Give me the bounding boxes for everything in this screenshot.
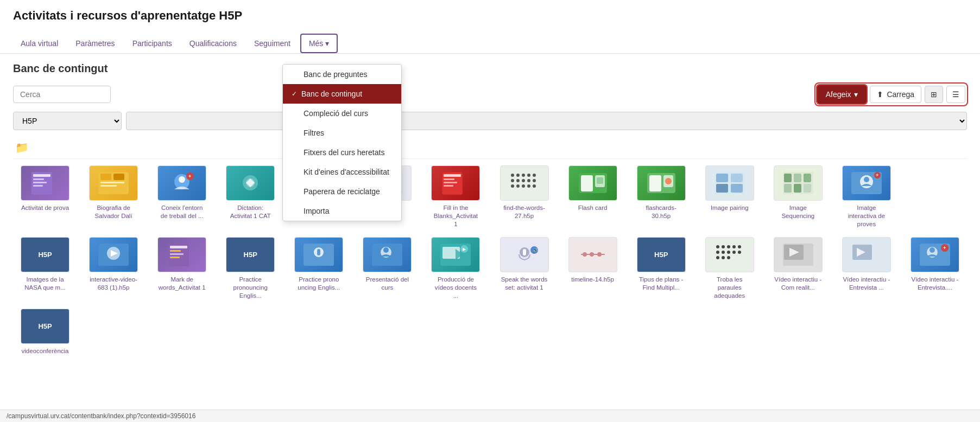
svg-point-40 bbox=[522, 184, 525, 188]
item-label: Dictation: Activitat 1 CAT bbox=[226, 204, 275, 220]
nav-participants[interactable]: Participants bbox=[125, 34, 180, 53]
nav-mes-button[interactable]: Més ▾ bbox=[300, 34, 338, 53]
item-troba-paraules[interactable]: Troba les paraules adequades bbox=[698, 237, 762, 300]
item-image-pairing[interactable]: Image pairing bbox=[698, 165, 762, 228]
dropdown-item-banc-contingut[interactable]: ✓ Banc de contingut bbox=[283, 84, 401, 104]
item-flashcards-30[interactable]: flashcards-30.h5p bbox=[629, 165, 693, 228]
secondary-filter-select[interactable] bbox=[126, 112, 967, 130]
dropdown-item-fitxers-heretats[interactable]: Fitxers del curs heretats bbox=[283, 143, 401, 162]
dropdown-menu: Banc de preguntes ✓ Banc de contingut Co… bbox=[282, 64, 402, 221]
folder-row: 📁 bbox=[13, 137, 967, 159]
svg-point-95 bbox=[583, 252, 587, 257]
svg-rect-2 bbox=[33, 178, 44, 180]
svg-point-103 bbox=[738, 245, 741, 248]
item-video-interactiu-entrev2[interactable]: + Vídeo interactiu - Entrevista.... bbox=[903, 237, 967, 300]
dropdown-item-importa[interactable]: Importa bbox=[283, 201, 401, 221]
type-filter-select[interactable]: H5P Tots bbox=[13, 112, 122, 130]
item-tipus-plans[interactable]: H5P Tipus de plans - Find Multipl... bbox=[629, 237, 693, 300]
item-mark-words[interactable]: Mark de words_Activitat 1 bbox=[150, 237, 214, 300]
item-videoconferencia[interactable]: H5P videoconferència bbox=[13, 309, 77, 355]
item-practice-pron2[interactable]: Practice prono uncing Englis... bbox=[287, 237, 351, 300]
toolbar-left bbox=[13, 86, 111, 103]
dropdown-item-paperera[interactable]: Paperera de reciclatge bbox=[283, 182, 401, 201]
item-fill-blank[interactable]: Fill in the Blanks_Activitat 1 bbox=[423, 165, 488, 228]
item-imatges-nasa[interactable]: H5P Imatges de la NASA que m... bbox=[13, 237, 77, 300]
item-label: Presentació del curs bbox=[363, 276, 412, 292]
nav-seguiment[interactable]: Seguiment bbox=[246, 34, 298, 53]
dropdown-item-banc-preguntes[interactable]: Banc de preguntes bbox=[283, 65, 401, 84]
item-timeline[interactable]: timeline-14.h5p bbox=[561, 237, 625, 300]
item-find-words[interactable]: find-the-words-27.h5p bbox=[492, 165, 556, 228]
svg-point-28 bbox=[511, 174, 514, 177]
grid-view-button[interactable]: ⊞ bbox=[925, 86, 943, 103]
section-title: Banc de contingut bbox=[13, 62, 967, 75]
svg-rect-72 bbox=[170, 246, 187, 248]
svg-rect-8 bbox=[100, 182, 124, 183]
svg-rect-9 bbox=[100, 185, 117, 187]
item-label: Practice prono uncing Englis... bbox=[294, 276, 343, 292]
svg-text:▶: ▶ bbox=[463, 247, 466, 252]
item-label: Vídeo interactiu - Com realit... bbox=[774, 276, 823, 292]
svg-rect-24 bbox=[444, 178, 454, 180]
item-flash-card[interactable]: Flash card bbox=[561, 165, 625, 228]
upload-icon: ⬆ bbox=[877, 90, 883, 99]
grid-icon: ⊞ bbox=[931, 90, 937, 99]
svg-point-33 bbox=[511, 179, 514, 182]
svg-point-109 bbox=[716, 256, 719, 259]
nav-qualificacions[interactable]: Qualificacions bbox=[182, 34, 244, 53]
item-speak-words[interactable]: 🔊 Speak the words set: activitat 1 bbox=[492, 237, 556, 300]
svg-text:+: + bbox=[943, 245, 946, 251]
nav-aula-virtual[interactable]: Aula virtual bbox=[13, 34, 66, 53]
svg-rect-44 bbox=[581, 175, 593, 191]
item-imatge-interactiva[interactable]: + Imatge interactiva de proves bbox=[834, 165, 899, 228]
item-interactive-video[interactable]: interactive-video-683 (1).h5p bbox=[81, 237, 146, 300]
svg-point-101 bbox=[727, 245, 730, 248]
item-produccio-videos[interactable]: ▶ Producció de vídeos docents ... bbox=[423, 237, 488, 300]
svg-rect-23 bbox=[444, 174, 461, 177]
item-practice-pron1[interactable]: H5P Practice pronouncing Englis... bbox=[218, 237, 282, 300]
item-presentacio-curs[interactable]: Presentació del curs bbox=[355, 237, 419, 300]
h5p-badge: H5P bbox=[651, 248, 671, 261]
item-coneix-entorn[interactable]: + Coneix l'entorn de treball del ... bbox=[150, 165, 214, 228]
svg-point-65 bbox=[864, 177, 869, 182]
svg-point-30 bbox=[522, 174, 525, 177]
item-label: Image Sequencing bbox=[774, 204, 823, 220]
item-video-interactiu-entrev1[interactable]: Vídeo interactiu - Entrevista ... bbox=[834, 237, 899, 300]
nav-parametres[interactable]: Paràmetres bbox=[68, 34, 122, 53]
svg-rect-62 bbox=[804, 184, 811, 193]
svg-point-32 bbox=[533, 174, 536, 177]
svg-rect-48 bbox=[649, 175, 661, 191]
svg-rect-1 bbox=[33, 174, 50, 177]
svg-point-11 bbox=[179, 176, 185, 183]
item-label: Imatges de la NASA que m... bbox=[21, 276, 69, 292]
svg-point-37 bbox=[533, 179, 536, 182]
check-icon: ✓ bbox=[292, 90, 297, 98]
chevron-down-icon-afegeix: ▾ bbox=[854, 90, 858, 99]
afegeix-button[interactable]: Afegeix ▾ bbox=[817, 85, 867, 104]
item-dictation-cat[interactable]: Dictation: Activitat 1 CAT bbox=[218, 165, 282, 228]
svg-rect-54 bbox=[731, 174, 743, 182]
list-view-button[interactable]: ☰ bbox=[946, 86, 965, 103]
svg-rect-60 bbox=[784, 184, 792, 193]
svg-text:+: + bbox=[876, 172, 878, 178]
svg-point-107 bbox=[732, 251, 736, 254]
item-activitat-prova[interactable]: Activitat de prova bbox=[13, 165, 77, 228]
dropdown-item-filtres[interactable]: Filtres bbox=[283, 123, 401, 143]
content-area: Banc de contingut Afegeix ▾ ⬆ Carrega ⊞ … bbox=[0, 54, 980, 364]
svg-point-102 bbox=[732, 245, 736, 248]
item-image-sequencing[interactable]: Image Sequencing bbox=[766, 165, 830, 228]
item-label: videoconferència bbox=[22, 347, 69, 355]
item-biografia-dali[interactable]: Biografia de Salvador Dalí bbox=[81, 165, 146, 228]
svg-point-110 bbox=[722, 256, 725, 259]
dropdown-item-completacio[interactable]: Compleció del curs bbox=[283, 104, 401, 123]
dropdown-item-kit-accessibilitat[interactable]: Kit d'eines d'accessibilitat bbox=[283, 162, 401, 182]
search-input[interactable] bbox=[13, 86, 111, 103]
svg-rect-53 bbox=[716, 184, 728, 193]
item-video-interactiu-com[interactable]: Vídeo interactiu - Com realit... bbox=[766, 237, 830, 300]
item-label: Tipus de plans - Find Multipl... bbox=[637, 276, 686, 292]
carrega-button[interactable]: ⬆ Carrega bbox=[870, 86, 921, 103]
svg-rect-52 bbox=[716, 174, 728, 182]
svg-point-108 bbox=[738, 251, 741, 254]
item-label: find-the-words-27.h5p bbox=[500, 204, 549, 220]
svg-point-31 bbox=[527, 174, 530, 177]
